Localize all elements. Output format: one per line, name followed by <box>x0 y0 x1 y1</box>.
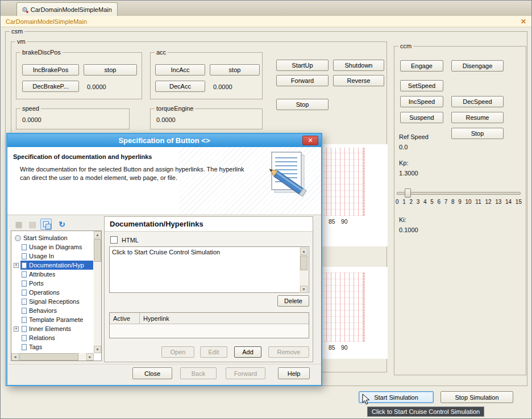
hyperlink-table-header: Active Hyperlink <box>110 313 309 324</box>
ki-label: Ki: <box>399 216 406 224</box>
scroll-down-icon[interactable] <box>94 346 101 353</box>
kp-slider-thumb[interactable] <box>405 188 411 198</box>
decacc-button[interactable]: DecAcc <box>155 81 205 92</box>
startup-button[interactable]: StartUp <box>276 60 329 71</box>
document-icon <box>22 308 27 314</box>
tree-item-usage-in[interactable]: Usage In <box>13 252 93 261</box>
tree-item-operations[interactable]: Operations <box>13 288 93 297</box>
back-button[interactable]: Back <box>180 367 217 379</box>
edit-button[interactable]: Edit <box>200 346 227 358</box>
help-button[interactable]: Help <box>278 367 310 379</box>
tree-item-start-simulation[interactable]: Start Simulation <box>13 233 93 242</box>
tree-item-label: Template Paramete <box>29 316 83 323</box>
stop-simulation-button[interactable]: Stop Simulation <box>440 391 513 403</box>
textarea-scrollbar[interactable] <box>300 248 308 293</box>
remove-button[interactable]: Remove <box>268 346 309 358</box>
setspeed-button[interactable]: SetSpeed <box>400 80 443 91</box>
horizontal-scroll-thumb[interactable] <box>19 353 78 361</box>
documentation-panel-header: Documentation/Hyperlinks <box>105 217 313 232</box>
document-pencil-icon <box>263 149 318 202</box>
scroll-left-icon[interactable] <box>11 353 19 361</box>
refresh-icon[interactable] <box>56 219 68 230</box>
decbrakepos-button[interactable]: DecBrakeP... <box>22 81 79 92</box>
tree-item-inner-elements[interactable]: Inner Elements <box>13 324 93 333</box>
document-icon <box>22 326 27 332</box>
shutdown-button[interactable]: Shutdown <box>333 60 384 71</box>
tree-item-label: Documentation/Hyp <box>29 262 84 269</box>
dialog-close-button[interactable]: ✕ <box>302 136 318 145</box>
stacked-view-icon[interactable] <box>40 219 52 230</box>
reverse-button[interactable]: Reverse <box>333 75 384 86</box>
open-button[interactable]: Open <box>161 346 194 358</box>
html-checkbox[interactable] <box>110 236 118 244</box>
tree-item-label: Signal Receptions <box>29 298 80 305</box>
close-icon[interactable]: ✕ <box>521 18 526 26</box>
incbrakepos-button[interactable]: IncBrakePos <box>22 64 79 76</box>
kp-slider[interactable] <box>397 188 521 196</box>
acc-label: acc <box>155 49 168 56</box>
documentation-text: Click to Start Cruise Control Simulation <box>112 249 220 255</box>
expander-plus-icon[interactable] <box>14 326 19 332</box>
kp-value: 1.3000 <box>399 169 418 177</box>
acc-stop-button[interactable]: stop <box>210 64 260 76</box>
ccm-stop-button[interactable]: Stop <box>451 128 504 139</box>
speed-group: speed 0.0000 <box>16 108 130 129</box>
tree-view-icon[interactable] <box>27 219 38 230</box>
suspend-button[interactable]: Suspend <box>400 112 443 123</box>
hero-title: Specification of documentation and hyper… <box>13 153 152 160</box>
documentation-textarea[interactable]: Click to Start Cruise Control Simulation <box>109 246 309 293</box>
tree-item-attributes[interactable]: Attributes <box>13 270 93 279</box>
torqueengine-label: torqueEngine <box>155 105 195 112</box>
incspeed-button[interactable]: IncSpeed <box>400 96 443 107</box>
document-icon <box>22 335 27 341</box>
engage-button[interactable]: Engage <box>400 60 443 72</box>
resume-button[interactable]: Resume <box>451 112 504 123</box>
scroll-right-icon[interactable] <box>86 353 94 361</box>
decspeed-button[interactable]: DecSpeed <box>451 96 504 107</box>
ref-speed-value: 0.0 <box>399 143 408 151</box>
vertical-scroll-thumb[interactable] <box>94 239 101 262</box>
tab-cardomainmodelsimplemain[interactable]: CarDomainModelSimpleMain <box>16 2 118 16</box>
tree-vertical-scrollbar[interactable] <box>94 231 101 353</box>
grid-view-icon[interactable] <box>13 219 24 230</box>
scroll-down-icon[interactable] <box>300 286 307 293</box>
tree-item-usage-in-diagrams[interactable]: Usage in Diagrams <box>13 242 93 252</box>
dialog-title: Specification of Button <> <box>118 136 210 145</box>
tree-item-label: Start Simulation <box>23 234 68 241</box>
close-button[interactable]: Close <box>132 367 172 379</box>
tree-item-label: Attributes <box>29 271 55 278</box>
tree-item-label: Relations <box>29 334 55 341</box>
scroll-up-icon[interactable] <box>94 231 101 238</box>
forward-button[interactable]: Forward <box>276 75 329 86</box>
tree-item-signal-receptions[interactable]: Signal Receptions <box>13 297 93 306</box>
document-icon <box>22 344 27 350</box>
brake-stop-button[interactable]: stop <box>84 64 137 76</box>
delete-button[interactable]: Delete <box>277 295 309 307</box>
torqueengine-group: torqueEngine 0.0000 <box>150 108 263 129</box>
add-button[interactable]: Add <box>234 346 261 358</box>
kp-slider-track[interactable] <box>397 192 521 195</box>
diagram-title: CarDomainModelSimpleMain <box>6 18 87 25</box>
tree-item-behaviors[interactable]: Behaviors <box>13 306 93 315</box>
expander-plus-icon[interactable] <box>14 263 19 268</box>
tooltip: Click to Start Cruise Control Simulation <box>367 407 484 417</box>
specification-tree: Start Simulation Usage in Diagrams Usage… <box>11 231 102 361</box>
disengage-button[interactable]: Disengage <box>451 60 504 72</box>
tree-item-documentation-hyperlinks[interactable]: Documentation/Hyp <box>13 261 93 270</box>
tree-item-relations[interactable]: Relations <box>13 333 93 342</box>
tree-item-tags[interactable]: Tags <box>13 342 93 351</box>
tree-horizontal-scrollbar[interactable] <box>11 353 94 361</box>
vm-stop-button[interactable]: Stop <box>276 99 329 110</box>
diagram-titlebar: CarDomainModelSimpleMain ✕ <box>1 16 531 27</box>
dialog-titlebar[interactable]: Specification of Button <> <box>7 134 321 147</box>
tree-item-ports[interactable]: Ports <box>13 279 93 288</box>
ccm-group: ccm Engage Disengage SetSpeed IncSpeed D… <box>394 46 526 375</box>
forward-button[interactable]: Forward <box>226 367 265 379</box>
stacked-square-front-icon <box>45 224 51 229</box>
hyperlink-table[interactable]: Active Hyperlink <box>109 312 309 338</box>
incacc-button[interactable]: IncAcc <box>155 64 205 76</box>
tree-item-template-parameters[interactable]: Template Paramete <box>13 315 93 324</box>
vertical-scroll-thumb[interactable] <box>300 255 307 270</box>
scroll-up-icon[interactable] <box>300 248 307 255</box>
torque-chart-tick-85: 85 <box>329 344 335 351</box>
